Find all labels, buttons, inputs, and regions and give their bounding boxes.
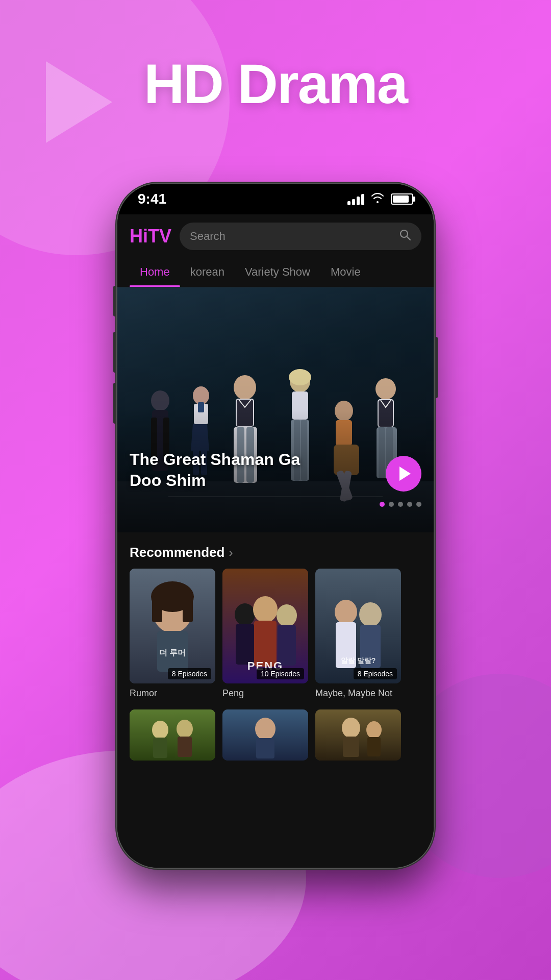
phone-side-btn-vol-up	[113, 332, 117, 373]
carousel-dots	[380, 502, 421, 507]
content-card-rumor[interactable]: 더 루머 8 Episodes Rumor	[130, 569, 215, 699]
svg-point-44	[235, 603, 255, 626]
tab-movie[interactable]: Movie	[320, 257, 371, 287]
recommended-section-header: Recommended ›	[117, 532, 434, 569]
status-icons	[347, 192, 413, 206]
svg-point-54	[359, 602, 382, 627]
signal-bars-icon	[347, 193, 364, 205]
content-card-maybe[interactable]: 알랄 말랄? 8 Episodes Maybe, Maybe Not	[315, 569, 401, 699]
search-icon	[399, 229, 411, 244]
phone-side-btn-power	[434, 337, 438, 398]
card-title-maybe: Maybe, Maybe Not	[315, 688, 401, 699]
battery-icon	[391, 193, 413, 205]
card-title-peng: Peng	[222, 688, 308, 699]
card-thumbnail-maybe: 알랄 말랄? 8 Episodes	[315, 569, 401, 683]
scroll-content: Recommended ›	[117, 532, 434, 868]
svg-rect-45	[236, 624, 254, 665]
app-header: HiTV Search	[117, 214, 434, 257]
card-badge-rumor: 8 Episodes	[168, 668, 211, 679]
signal-bar-2	[352, 199, 355, 205]
svg-point-48	[277, 604, 297, 627]
content-area: The Great Shaman Ga Doo Shim	[117, 287, 434, 868]
card-badge-maybe: 8 Episodes	[354, 668, 397, 679]
content-card-peng[interactable]: PENG 10 Episodes Peng	[222, 569, 308, 699]
svg-point-58	[152, 721, 168, 739]
logo-tv: TV	[148, 226, 171, 247]
recommended-arrow[interactable]: ›	[229, 546, 233, 560]
dot-1	[380, 502, 385, 507]
search-bar[interactable]: Search	[180, 223, 421, 250]
drama-title-line1: The Great Shaman Ga	[130, 449, 383, 471]
status-bar: 9:41	[117, 184, 434, 214]
bottom-card-1[interactable]	[130, 709, 215, 761]
recommended-row: 더 루머 8 Episodes Rumor	[117, 569, 434, 699]
hero-play-button[interactable]	[386, 456, 421, 492]
svg-rect-59	[153, 738, 167, 758]
bottom-cards-row	[117, 699, 434, 761]
card-thumbnail-peng: PENG 10 Episodes	[222, 569, 308, 683]
drama-gradient-overlay	[117, 287, 434, 532]
app-logo: HiTV	[130, 226, 171, 247]
card-thumbnail-rumor: 더 루머 8 Episodes	[130, 569, 215, 683]
card-title-rumor: Rumor	[130, 688, 215, 699]
svg-rect-39	[152, 597, 162, 622]
phone-screen-outer: 9:41	[117, 184, 434, 868]
logo-hi: Hi	[130, 226, 148, 247]
dot-2	[389, 502, 394, 507]
svg-rect-40	[183, 597, 193, 622]
play-triangle-icon	[399, 467, 411, 481]
svg-text:알랄 말랄?: 알랄 말랄?	[341, 656, 375, 665]
phone-device: 9:41	[117, 184, 434, 868]
signal-bar-3	[357, 197, 360, 205]
signal-bar-1	[347, 201, 350, 205]
card-badge-peng: 10 Episodes	[257, 668, 304, 679]
recommended-label: Recommended	[130, 545, 224, 560]
search-input-placeholder: Search	[190, 230, 394, 243]
svg-rect-61	[178, 737, 192, 757]
drama-title-line2: Doo Shim	[130, 470, 383, 492]
tab-variety-show[interactable]: Variety Show	[235, 257, 320, 287]
svg-rect-69	[367, 737, 381, 756]
bottom-card-3[interactable]	[315, 709, 401, 761]
phone-side-btn-vol-down	[113, 383, 117, 424]
tab-korean[interactable]: korean	[180, 257, 235, 287]
signal-bar-4	[361, 194, 364, 205]
svg-point-66	[342, 718, 360, 738]
wifi-icon	[370, 192, 385, 206]
nav-tabs: Home korean Variety Show Movie	[117, 257, 434, 287]
phone-screen: 9:41	[117, 184, 434, 868]
svg-rect-64	[256, 738, 274, 758]
svg-point-63	[255, 718, 276, 740]
bottom-card-2[interactable]	[222, 709, 308, 761]
hero-banner: The Great Shaman Ga Doo Shim	[117, 287, 434, 532]
dot-4	[407, 502, 412, 507]
status-time: 9:41	[138, 191, 166, 207]
dot-3	[398, 502, 403, 507]
svg-point-68	[366, 721, 382, 739]
svg-point-52	[335, 600, 357, 624]
svg-point-60	[177, 720, 193, 738]
svg-point-46	[253, 596, 278, 623]
dot-5	[416, 502, 421, 507]
svg-text:더 루머: 더 루머	[159, 648, 186, 657]
svg-rect-67	[343, 737, 359, 757]
page-hero-title: HD Drama	[0, 51, 551, 116]
svg-rect-57	[130, 709, 215, 761]
battery-fill	[393, 195, 409, 203]
tab-home[interactable]: Home	[130, 257, 180, 287]
svg-rect-51	[315, 569, 401, 683]
drama-title: The Great Shaman Ga Doo Shim	[130, 449, 383, 492]
phone-side-btn-mute	[113, 286, 117, 316]
svg-line-1	[407, 237, 411, 240]
